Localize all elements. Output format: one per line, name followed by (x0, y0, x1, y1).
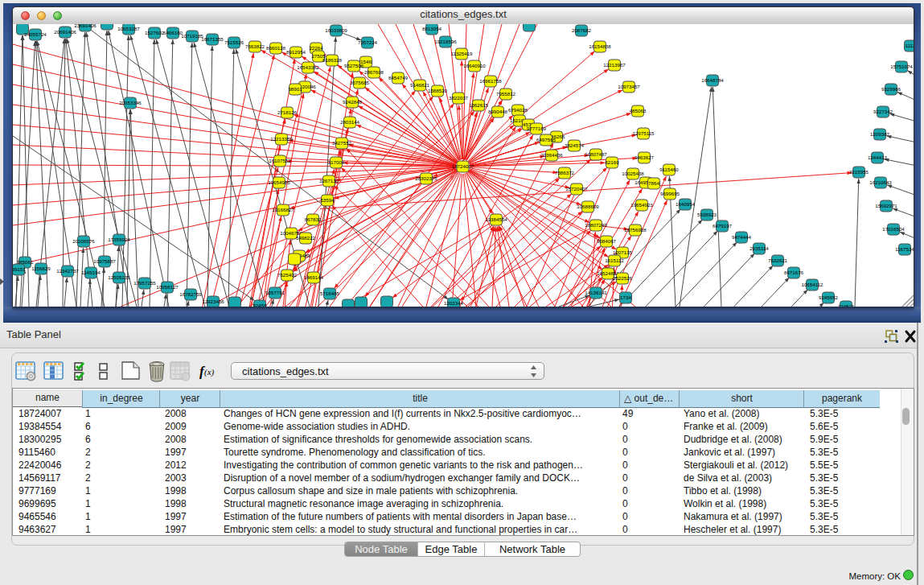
svg-text:19756928: 19756928 (624, 227, 647, 233)
svg-text:62160: 62160 (605, 159, 619, 165)
svg-text:9245652: 9245652 (819, 295, 839, 300)
svg-text:10973457: 10973457 (618, 84, 640, 89)
svg-text:16671355: 16671355 (201, 36, 224, 42)
svg-text:9527508: 9527508 (344, 63, 364, 68)
svg-text:3215955: 3215955 (849, 169, 869, 175)
svg-text:17016504: 17016504 (882, 226, 905, 232)
svg-text:7663822: 7663822 (245, 43, 265, 49)
svg-text:2867608: 2867608 (364, 69, 384, 75)
svg-text:1734: 1734 (620, 295, 631, 300)
svg-text:5716485: 5716485 (320, 290, 340, 296)
svg-text:24055724: 24055724 (24, 31, 47, 37)
svg-text:18807249: 18807249 (585, 222, 607, 228)
svg-text:1615112: 1615112 (605, 257, 624, 263)
svg-text:16782759: 16782759 (179, 291, 202, 297)
svg-text:9699695: 9699695 (660, 191, 680, 196)
svg-text:2803144: 2803144 (340, 119, 360, 125)
svg-text:7955812: 7955812 (496, 91, 516, 97)
svg-text:15720407: 15720407 (565, 186, 588, 192)
svg-text:1527602: 1527602 (145, 30, 165, 35)
svg-text:6466160: 6466160 (163, 30, 183, 35)
svg-text:2718126: 2718126 (277, 109, 298, 115)
svg-text:6497565: 6497565 (536, 137, 556, 142)
svg-text:1207135: 1207135 (613, 249, 633, 255)
svg-text:10719185: 10719185 (181, 33, 203, 39)
svg-text:9146821: 9146821 (410, 82, 430, 88)
svg-text:20691406: 20691406 (54, 29, 76, 35)
svg-text:5498222: 5498222 (296, 235, 316, 241)
svg-text:16154838: 16154838 (589, 43, 611, 49)
svg-text:16210643: 16210643 (869, 179, 892, 185)
svg-text:19654985: 19654985 (268, 179, 290, 185)
svg-text:9115460: 9115460 (659, 167, 679, 172)
svg-text:3824574: 3824574 (565, 142, 585, 148)
svg-text:8813054: 8813054 (422, 26, 442, 31)
svg-text:28302375: 28302375 (415, 175, 437, 181)
svg-text:9329966: 9329966 (881, 86, 901, 92)
svg-text:2087682: 2087682 (572, 27, 592, 33)
svg-text:7632621: 7632621 (768, 257, 788, 263)
svg-text:92456: 92456 (253, 303, 267, 307)
svg-text:53594: 53594 (320, 197, 335, 203)
svg-text:8990448: 8990448 (488, 109, 508, 114)
svg-text:6794028: 6794028 (508, 107, 528, 113)
svg-text:10807487: 10807487 (585, 151, 607, 157)
svg-text:2935114: 2935114 (749, 245, 769, 251)
svg-text:317004: 317004 (328, 159, 345, 165)
svg-text:7864: 7864 (648, 180, 659, 186)
svg-text:1640954: 1640954 (676, 201, 696, 207)
svg-text:19384554: 19384554 (485, 216, 507, 222)
svg-text:10653287: 10653287 (117, 26, 140, 31)
svg-text:16107552: 16107552 (269, 158, 291, 163)
svg-text:15692971: 15692971 (875, 203, 897, 208)
svg-text:10654112: 10654112 (801, 282, 823, 287)
svg-text:12975115: 12975115 (632, 130, 655, 136)
svg-text:3675685: 3675685 (350, 80, 370, 85)
svg-text:1588520: 1588520 (428, 88, 448, 93)
svg-text:867833: 867833 (305, 216, 322, 222)
svg-text:7386372: 7386372 (555, 170, 575, 175)
svg-text:8660128: 8660128 (266, 45, 286, 51)
svg-text:485063: 485063 (630, 108, 647, 113)
svg-text:8454749: 8454749 (388, 75, 409, 80)
svg-text:5938923: 5938923 (697, 212, 717, 217)
svg-text:17957255: 17957255 (133, 280, 156, 286)
svg-text:22264: 22264 (309, 45, 323, 51)
svg-text:20053346: 20053346 (119, 100, 142, 105)
svg-text:12213967: 12213967 (603, 62, 626, 68)
svg-text:20206576: 20206576 (72, 238, 95, 244)
svg-text:16648784: 16648784 (701, 77, 724, 83)
svg-text:14136141: 14136141 (585, 290, 607, 295)
svg-text:12342737: 12342737 (56, 268, 79, 274)
svg-text:10688609: 10688609 (577, 204, 599, 209)
svg-text:3427552: 3427552 (332, 140, 352, 146)
svg-text:1156829: 1156829 (31, 266, 51, 271)
svg-text:20364436: 20364436 (540, 152, 563, 158)
svg-text:19166827: 19166827 (272, 207, 294, 212)
svg-text:16640910: 16640910 (463, 63, 486, 68)
svg-text:12505135: 12505135 (108, 274, 130, 280)
svg-text:10975887: 10975887 (93, 258, 116, 264)
svg-text:6479197: 6479197 (713, 223, 733, 229)
svg-text:2522526: 2522526 (613, 275, 633, 281)
svg-text:3267130: 3267130 (319, 178, 339, 183)
svg-text:12923466: 12923466 (202, 299, 224, 304)
svg-text:15751074: 15751074 (890, 64, 913, 69)
svg-text:9777169: 9777169 (527, 126, 547, 131)
svg-text:(x): (x) (204, 367, 215, 377)
svg-text:19654923: 19654923 (630, 202, 653, 208)
svg-text:9474444: 9474444 (732, 234, 752, 240)
svg-text:8471676: 8471676 (784, 270, 804, 275)
svg-text:16033809: 16033809 (325, 27, 347, 33)
svg-text:9084067: 9084067 (597, 238, 617, 244)
svg-text:18724007: 18724007 (452, 163, 474, 169)
svg-text:1244413: 1244413 (868, 154, 888, 160)
svg-text:9463627: 9463627 (634, 154, 655, 160)
svg-text:1362615: 1362615 (469, 102, 489, 108)
svg-text:10025438: 10025438 (622, 171, 644, 176)
svg-text:8912954: 8912954 (286, 49, 306, 55)
svg-text:1167534: 1167534 (895, 246, 914, 252)
svg-text:23691406: 23691406 (74, 24, 97, 28)
svg-text:11325419: 11325419 (450, 51, 473, 56)
svg-text:12213359: 12213359 (270, 136, 293, 142)
